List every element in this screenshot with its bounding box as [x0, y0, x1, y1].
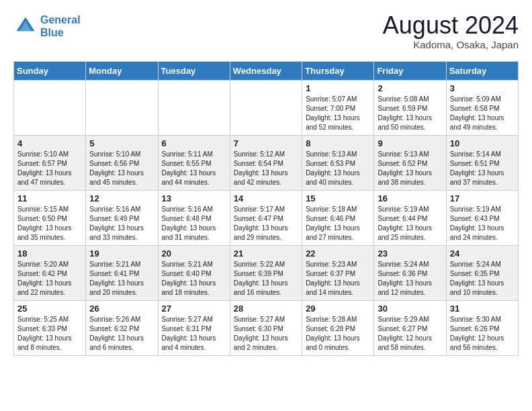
day-number: 11: [17, 193, 82, 203]
calendar-cell: 19Sunrise: 5:21 AM Sunset: 6:41 PM Dayli…: [86, 246, 158, 301]
day-info: Sunrise: 5:26 AM Sunset: 6:32 PM Dayligh…: [89, 315, 154, 353]
calendar-cell: 23Sunrise: 5:24 AM Sunset: 6:36 PM Dayli…: [374, 246, 446, 301]
day-info: Sunrise: 5:24 AM Sunset: 6:36 PM Dayligh…: [378, 260, 442, 298]
day-number: 20: [162, 248, 226, 259]
logo-text: General Blue: [40, 13, 81, 39]
day-info: Sunrise: 5:30 AM Sunset: 6:26 PM Dayligh…: [450, 315, 515, 353]
weekday-header-tuesday: Tuesday: [158, 62, 230, 81]
day-info: Sunrise: 5:10 AM Sunset: 6:56 PM Dayligh…: [89, 150, 154, 187]
day-number: 25: [17, 304, 82, 314]
calendar-cell: 8Sunrise: 5:13 AM Sunset: 6:53 PM Daylig…: [302, 136, 374, 191]
calendar-cell: 12Sunrise: 5:16 AM Sunset: 6:49 PM Dayli…: [86, 191, 158, 246]
day-number: 3: [450, 83, 515, 93]
day-info: Sunrise: 5:19 AM Sunset: 6:44 PM Dayligh…: [378, 205, 442, 242]
calendar-cell: 2Sunrise: 5:08 AM Sunset: 6:59 PM Daylig…: [374, 81, 446, 136]
title-block: August 2024 Kadoma, Osaka, Japan: [383, 13, 519, 50]
calendar-cell: [230, 81, 302, 136]
calendar-cell: 7Sunrise: 5:12 AM Sunset: 6:54 PM Daylig…: [230, 136, 302, 191]
calendar-cell: 31Sunrise: 5:30 AM Sunset: 6:26 PM Dayli…: [446, 301, 518, 356]
day-info: Sunrise: 5:25 AM Sunset: 6:33 PM Dayligh…: [17, 315, 82, 353]
day-info: Sunrise: 5:18 AM Sunset: 6:46 PM Dayligh…: [306, 205, 370, 242]
day-number: 23: [378, 248, 442, 259]
logo-icon: [13, 14, 38, 38]
day-number: 28: [234, 304, 298, 314]
day-info: Sunrise: 5:28 AM Sunset: 6:28 PM Dayligh…: [306, 315, 370, 353]
day-number: 22: [306, 248, 370, 259]
day-number: 18: [17, 248, 82, 259]
day-number: 30: [378, 304, 442, 314]
day-info: Sunrise: 5:21 AM Sunset: 6:41 PM Dayligh…: [89, 260, 154, 298]
day-info: Sunrise: 5:11 AM Sunset: 6:55 PM Dayligh…: [162, 150, 226, 187]
day-info: Sunrise: 5:21 AM Sunset: 6:40 PM Dayligh…: [162, 260, 226, 298]
weekday-header-friday: Friday: [374, 62, 446, 81]
day-number: 6: [162, 138, 226, 148]
day-info: Sunrise: 5:16 AM Sunset: 6:48 PM Dayligh…: [162, 205, 226, 242]
day-info: Sunrise: 5:27 AM Sunset: 6:30 PM Dayligh…: [234, 315, 298, 353]
calendar-cell: 6Sunrise: 5:11 AM Sunset: 6:55 PM Daylig…: [158, 136, 230, 191]
calendar-cell: 13Sunrise: 5:16 AM Sunset: 6:48 PM Dayli…: [158, 191, 230, 246]
calendar-cell: [14, 81, 86, 136]
day-info: Sunrise: 5:19 AM Sunset: 6:43 PM Dayligh…: [450, 205, 515, 242]
day-info: Sunrise: 5:27 AM Sunset: 6:31 PM Dayligh…: [162, 315, 226, 353]
calendar-cell: 25Sunrise: 5:25 AM Sunset: 6:33 PM Dayli…: [14, 301, 86, 356]
day-number: 27: [162, 304, 226, 314]
weekday-header-monday: Monday: [86, 62, 158, 81]
day-number: 7: [234, 138, 298, 148]
day-number: 17: [450, 193, 515, 203]
day-info: Sunrise: 5:24 AM Sunset: 6:35 PM Dayligh…: [450, 260, 515, 298]
calendar-cell: 27Sunrise: 5:27 AM Sunset: 6:31 PM Dayli…: [158, 301, 230, 356]
weekday-header-saturday: Saturday: [446, 62, 518, 81]
day-number: 8: [306, 138, 370, 148]
weekday-header-wednesday: Wednesday: [230, 62, 302, 81]
calendar-cell: 30Sunrise: 5:29 AM Sunset: 6:27 PM Dayli…: [374, 301, 446, 356]
day-number: 19: [89, 248, 154, 259]
day-number: 1: [306, 83, 370, 93]
day-info: Sunrise: 5:15 AM Sunset: 6:50 PM Dayligh…: [17, 205, 82, 242]
calendar-cell: 10Sunrise: 5:14 AM Sunset: 6:51 PM Dayli…: [446, 136, 518, 191]
logo: General Blue: [13, 13, 81, 39]
day-info: Sunrise: 5:07 AM Sunset: 7:00 PM Dayligh…: [306, 95, 370, 132]
day-number: 2: [378, 83, 442, 93]
weekday-header-thursday: Thursday: [302, 62, 374, 81]
calendar-cell: 15Sunrise: 5:18 AM Sunset: 6:46 PM Dayli…: [302, 191, 374, 246]
day-info: Sunrise: 5:20 AM Sunset: 6:42 PM Dayligh…: [17, 260, 82, 298]
calendar-cell: 1Sunrise: 5:07 AM Sunset: 7:00 PM Daylig…: [302, 81, 374, 136]
calendar-cell: 28Sunrise: 5:27 AM Sunset: 6:30 PM Dayli…: [230, 301, 302, 356]
day-info: Sunrise: 5:12 AM Sunset: 6:54 PM Dayligh…: [234, 150, 298, 187]
calendar-cell: 5Sunrise: 5:10 AM Sunset: 6:56 PM Daylig…: [86, 136, 158, 191]
day-info: Sunrise: 5:23 AM Sunset: 6:37 PM Dayligh…: [306, 260, 370, 298]
day-info: Sunrise: 5:09 AM Sunset: 6:58 PM Dayligh…: [450, 95, 515, 132]
calendar-cell: [158, 81, 230, 136]
calendar-table: SundayMondayTuesdayWednesdayThursdayFrid…: [13, 61, 519, 356]
day-number: 9: [378, 138, 442, 148]
month-title: August 2024: [383, 13, 519, 38]
day-number: 24: [450, 248, 515, 259]
day-number: 5: [89, 138, 154, 148]
day-number: 26: [89, 304, 154, 314]
day-number: 29: [306, 304, 370, 314]
calendar-cell: 29Sunrise: 5:28 AM Sunset: 6:28 PM Dayli…: [302, 301, 374, 356]
calendar-cell: 14Sunrise: 5:17 AM Sunset: 6:47 PM Dayli…: [230, 191, 302, 246]
page-header: General Blue August 2024 Kadoma, Osaka, …: [13, 13, 519, 50]
day-number: 21: [234, 248, 298, 259]
day-number: 14: [234, 193, 298, 203]
day-info: Sunrise: 5:14 AM Sunset: 6:51 PM Dayligh…: [450, 150, 515, 187]
calendar-cell: 18Sunrise: 5:20 AM Sunset: 6:42 PM Dayli…: [14, 246, 86, 301]
day-number: 4: [17, 138, 82, 148]
day-info: Sunrise: 5:29 AM Sunset: 6:27 PM Dayligh…: [378, 315, 442, 353]
day-info: Sunrise: 5:16 AM Sunset: 6:49 PM Dayligh…: [89, 205, 154, 242]
calendar-cell: [86, 81, 158, 136]
calendar-cell: 24Sunrise: 5:24 AM Sunset: 6:35 PM Dayli…: [446, 246, 518, 301]
calendar-cell: 22Sunrise: 5:23 AM Sunset: 6:37 PM Dayli…: [302, 246, 374, 301]
calendar-cell: 17Sunrise: 5:19 AM Sunset: 6:43 PM Dayli…: [446, 191, 518, 246]
calendar-cell: 26Sunrise: 5:26 AM Sunset: 6:32 PM Dayli…: [86, 301, 158, 356]
calendar-cell: 3Sunrise: 5:09 AM Sunset: 6:58 PM Daylig…: [446, 81, 518, 136]
calendar-cell: 20Sunrise: 5:21 AM Sunset: 6:40 PM Dayli…: [158, 246, 230, 301]
day-number: 16: [378, 193, 442, 203]
location: Kadoma, Osaka, Japan: [383, 39, 519, 50]
day-info: Sunrise: 5:10 AM Sunset: 6:57 PM Dayligh…: [17, 150, 82, 187]
day-info: Sunrise: 5:22 AM Sunset: 6:39 PM Dayligh…: [234, 260, 298, 298]
weekday-header-sunday: Sunday: [14, 62, 86, 81]
day-number: 12: [89, 193, 154, 203]
calendar-cell: 21Sunrise: 5:22 AM Sunset: 6:39 PM Dayli…: [230, 246, 302, 301]
